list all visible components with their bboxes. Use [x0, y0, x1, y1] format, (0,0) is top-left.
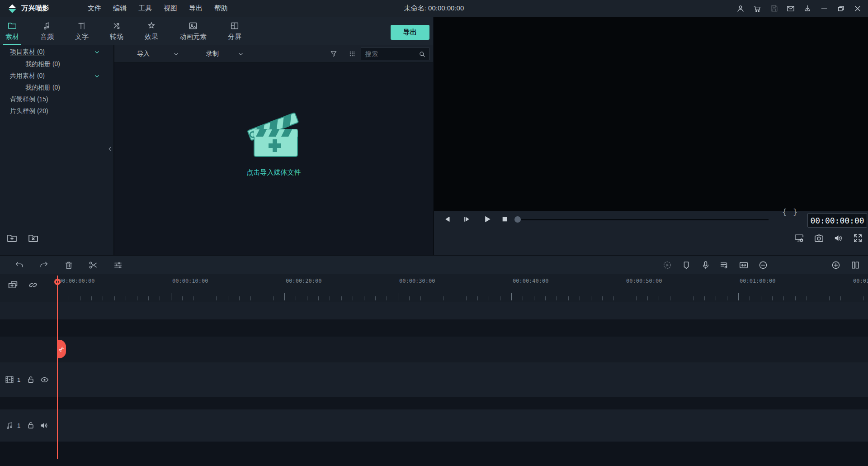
preview-timecode[interactable]: 00:00:00:00 — [807, 213, 867, 228]
audio-track-number: 1 — [17, 422, 20, 429]
zoom-out-icon[interactable] — [758, 260, 768, 270]
sidebar-item-project-media[interactable]: 项目素材 (0) — [0, 46, 113, 58]
close-button[interactable] — [851, 3, 864, 14]
delete-icon[interactable] — [64, 260, 74, 270]
ruler-tick-minor — [580, 296, 580, 300]
menu-edit[interactable]: 编辑 — [107, 4, 132, 13]
remove-folder-icon[interactable] — [28, 233, 39, 244]
previous-frame-button[interactable] — [443, 214, 453, 224]
menu-export[interactable]: 导出 — [183, 4, 208, 13]
undo-icon[interactable] — [14, 260, 24, 270]
collapse-sidebar-icon[interactable] — [107, 144, 113, 154]
panel-layout-icon[interactable] — [850, 260, 860, 270]
link-clips-icon[interactable] — [28, 280, 38, 290]
mark-out-icon[interactable]: } — [793, 208, 797, 217]
ruler-tick-minor — [557, 296, 557, 300]
ruler-label: 00:00:20:00 — [286, 278, 321, 284]
ruler-tick-minor — [103, 296, 103, 300]
timeline-ruler[interactable]: 00:00:00:0000:00:10:0000:00:20:0000:00:3… — [57, 274, 868, 302]
play-button[interactable] — [482, 214, 492, 224]
import-button[interactable]: 导入 — [137, 45, 150, 62]
chevron-down-icon[interactable] — [94, 73, 100, 79]
sidebar-item-shared-media[interactable]: 共用素材 (0) — [0, 70, 113, 82]
sidebar-item-background-samples[interactable]: 背景样例 (15) — [0, 94, 113, 105]
record-chevron-icon[interactable] — [238, 51, 244, 57]
media-empty-state[interactable]: 点击导入媒体文件 — [114, 103, 433, 177]
mail-icon[interactable] — [784, 3, 797, 14]
mark-in-icon[interactable]: { — [782, 208, 787, 217]
audio-track-mute-icon[interactable] — [39, 421, 49, 430]
add-track-icon[interactable] — [7, 279, 19, 290]
fit-timeline-icon[interactable] — [739, 260, 749, 270]
ruler-tick-minor — [795, 296, 796, 300]
redo-icon[interactable] — [39, 260, 49, 270]
tab-elements[interactable]: 动画元素 — [179, 17, 207, 45]
video-track-lock-icon[interactable] — [26, 375, 35, 384]
tab-effects[interactable]: 效果 — [145, 17, 158, 45]
account-icon[interactable] — [734, 3, 747, 14]
ruler-tick-minor — [591, 296, 591, 300]
menu-help[interactable]: 帮助 — [208, 4, 234, 13]
tab-split[interactable]: 分屏 — [228, 17, 241, 45]
fullscreen-icon[interactable] — [853, 233, 863, 243]
scrubber-track[interactable] — [521, 219, 769, 220]
timeline-lane — [0, 397, 868, 409]
filter-icon[interactable] — [330, 50, 338, 58]
split-scissors-icon[interactable] — [88, 260, 98, 270]
display-settings-icon[interactable] — [794, 233, 804, 243]
audio-track-lock-icon[interactable] — [26, 421, 35, 430]
import-chevron-icon[interactable] — [173, 51, 179, 57]
record-button[interactable]: 录制 — [206, 45, 219, 62]
adjust-sliders-icon[interactable] — [113, 260, 123, 270]
ruler-tick-minor — [250, 296, 251, 300]
playhead-line[interactable] — [57, 276, 58, 459]
video-viewport[interactable] — [434, 17, 868, 211]
grid-view-icon[interactable] — [348, 50, 356, 58]
stop-button[interactable] — [500, 214, 509, 224]
clapperboard-icon — [244, 103, 304, 158]
ruler-tick-minor — [330, 296, 330, 300]
ruler-tick-minor — [262, 296, 262, 300]
ruler-tick-minor — [353, 296, 353, 300]
tab-transition[interactable]: 转场 — [110, 17, 123, 45]
ruler-tick-major — [171, 293, 171, 300]
playhead-pin[interactable] — [54, 279, 61, 285]
ruler-tick-minor — [750, 296, 750, 300]
restore-button[interactable] — [834, 3, 848, 14]
menu-tools[interactable]: 工具 — [132, 4, 158, 13]
tab-audio[interactable]: 音频 — [40, 17, 54, 45]
timeline-lane — [0, 337, 868, 362]
zoom-in-icon[interactable] — [831, 260, 841, 270]
minimize-button[interactable] — [817, 3, 831, 14]
ruler-tick-minor — [682, 296, 682, 300]
ruler-label: 00:00:10:00 — [172, 278, 208, 284]
download-icon[interactable] — [801, 3, 814, 14]
tab-media[interactable]: 素材 — [5, 17, 19, 45]
audio-track-lane[interactable] — [0, 409, 868, 442]
snapshot-camera-icon[interactable] — [814, 233, 824, 243]
voiceover-mic-icon[interactable] — [701, 260, 711, 270]
ruler-tick-minor — [216, 296, 217, 300]
search-icon[interactable] — [418, 50, 426, 58]
add-folder-icon[interactable] — [6, 233, 18, 244]
volume-icon[interactable] — [833, 233, 844, 243]
sidebar-item-my-album-1[interactable]: 我的相册 (0) — [0, 58, 113, 70]
video-track-lane[interactable] — [0, 362, 868, 397]
ruler-tick-minor — [364, 296, 364, 300]
marker-icon[interactable] — [681, 260, 691, 270]
export-button[interactable]: 导出 — [391, 25, 429, 40]
audio-mixer-icon[interactable] — [719, 260, 729, 270]
sidebar-item-my-album-2[interactable]: 我的相册 (0) — [0, 82, 113, 94]
sidebar-item-intro-samples[interactable]: 片头样例 (20) — [0, 105, 113, 117]
menu-file[interactable]: 文件 — [82, 4, 107, 13]
video-track-visibility-icon[interactable] — [40, 375, 49, 385]
scrubber-handle[interactable] — [514, 216, 521, 223]
next-frame-button[interactable] — [462, 214, 472, 224]
search-input[interactable] — [361, 50, 418, 57]
cart-icon[interactable] — [750, 3, 764, 14]
ruler-tick-minor — [647, 296, 648, 300]
tab-text[interactable]: 文字 — [75, 17, 89, 45]
app-logo-text: 万兴喵影 — [21, 4, 49, 13]
menu-view[interactable]: 视图 — [158, 4, 183, 13]
chevron-down-icon[interactable] — [94, 49, 100, 55]
